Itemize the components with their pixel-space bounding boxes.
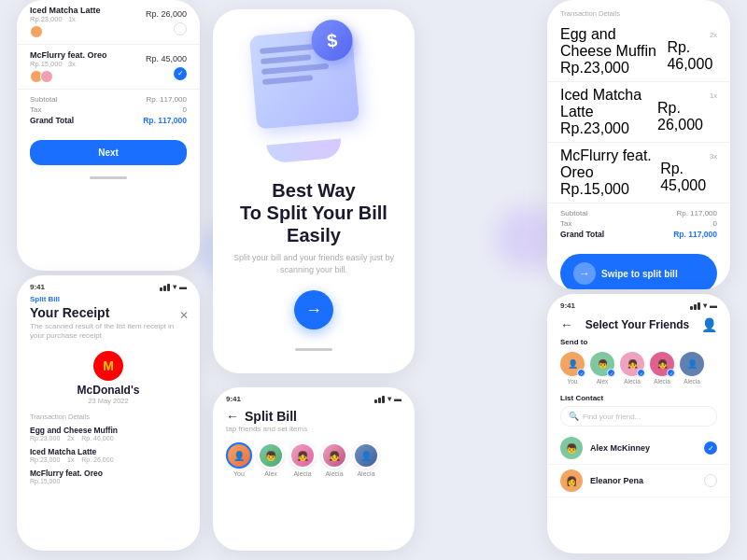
- friend-alecia-1[interactable]: 👧 Alecia: [289, 442, 316, 477]
- tax-row: Tax 0: [30, 105, 187, 114]
- contact-alex-avatar: 👦: [560, 437, 583, 459]
- pill-bar: [90, 176, 127, 179]
- friend-alex-avatar: 👦: [258, 442, 284, 469]
- tr-grand-total-row: Grand Total Rp. 117,000: [560, 230, 717, 239]
- search-input[interactable]: Find your friend...: [583, 413, 709, 421]
- sf-alecia2-check: ✓: [667, 369, 675, 377]
- friend-alecia-3[interactable]: 👤 Alecia: [353, 442, 379, 477]
- receipt-3d: $: [253, 32, 365, 144]
- friend-alecia1-avatar: 👧: [289, 442, 316, 469]
- tr-item-row-1: Egg and Cheese Muffin Rp.23,000 2x Rp. 4…: [547, 21, 730, 82]
- item-1-check[interactable]: [174, 22, 187, 35]
- contact-row-alex[interactable]: 👦 Alex McKinney ✓: [547, 432, 730, 465]
- grand-total-value: Rp. 117,000: [143, 116, 187, 125]
- friend-alecia-2[interactable]: 👧 Alecia: [321, 442, 347, 477]
- summary-section: Subtotal Rp. 117,000 Tax 0 Grand Total R…: [17, 90, 200, 133]
- item-1-sub: Rp.23,000 1x: [30, 15, 101, 23]
- close-button[interactable]: ✕: [179, 309, 189, 322]
- friend-alex[interactable]: 👦 Alex: [258, 442, 284, 477]
- hero-description: Split your bill and your friends easily …: [213, 246, 415, 281]
- item-2-name: McFlurry feat. Oreo: [30, 50, 107, 60]
- tax-label: Tax: [30, 105, 41, 114]
- item-2-check[interactable]: ✓: [174, 67, 187, 80]
- item-row-2: McFlurry feat. Oreo Rp.15,000 3x Rp. 45,…: [17, 45, 200, 90]
- friend-alex-name: Alex: [264, 470, 277, 477]
- br-add-friend-button[interactable]: 👤: [701, 317, 717, 332]
- friend-alecia2-avatar: 👧: [321, 442, 347, 469]
- subtotal-value: Rp. 117,000: [146, 95, 187, 104]
- tr-item-1-qty: 2x: [710, 31, 717, 39]
- merchant-name: McDonald's: [78, 384, 140, 397]
- sf-alecia2-name: Alecia: [654, 378, 670, 385]
- sf-you-name: You: [568, 378, 578, 385]
- contact-alex-check[interactable]: ✓: [704, 441, 717, 455]
- tr-item-1-name: Egg and Cheese Muffin: [560, 26, 667, 60]
- card-transaction-details: Transaction Details Egg and Cheese Muffi…: [547, 0, 730, 289]
- friend-alecia2-name: Alecia: [325, 470, 343, 477]
- search-box[interactable]: 🔍 Find your friend...: [560, 406, 717, 427]
- card-your-receipt: 9:41 ▾ ▬ Split Bill Your Receipt The sca…: [17, 275, 200, 551]
- wifi-icon-bc: ▾: [388, 395, 391, 403]
- bc-back-button[interactable]: ←: [226, 409, 239, 424]
- sf-alecia2-avatar: 👧 ✓: [650, 352, 674, 376]
- signal-icon: [160, 284, 170, 291]
- bc-subtitle: tap friends and set items: [213, 424, 415, 439]
- battery-icon-br: ▬: [710, 301, 717, 310]
- list-contact-label: List Contact: [547, 390, 730, 406]
- contact-eleanor-check[interactable]: [704, 474, 717, 487]
- time-br: 9:41: [560, 301, 575, 310]
- item-1-price: Rp. 26,000: [146, 9, 187, 19]
- tr-item-2-name: Iced Matcha Latte: [560, 87, 657, 120]
- wifi-icon-br: ▾: [703, 301, 707, 310]
- sf-alex-avatar: 👦 ✓: [590, 352, 614, 376]
- tr-summary: Subtotal Rp. 117,000 Tax 0 Grand Total R…: [547, 203, 730, 246]
- card-select-friends: 9:41 ▾ ▬ ← Select Your Friends 👤 Send to…: [547, 294, 730, 553]
- contact-row-eleanor[interactable]: 👩 Eleanor Pena: [547, 465, 730, 497]
- friend-you[interactable]: 👤 You: [226, 442, 252, 477]
- sf-you[interactable]: 👤 ✓ You: [560, 352, 585, 385]
- signal-icon-bc: [374, 396, 385, 403]
- hero-illustration: $: [234, 22, 393, 172]
- sf-alecia3-avatar: 👤: [680, 352, 704, 376]
- item-2-sub: Rp.15,000 3x: [30, 60, 107, 68]
- next-button[interactable]: Next: [30, 140, 187, 165]
- split-bill-tag: Split Bill: [17, 293, 200, 303]
- tr-tax-row: Tax 0: [560, 219, 717, 228]
- receipt-paper: $: [249, 27, 359, 129]
- sf-alex[interactable]: 👦 ✓ Alex: [590, 352, 614, 385]
- sf-alecia3-name: Alecia: [684, 378, 700, 385]
- time-bl: 9:41: [30, 283, 45, 291]
- br-title: Select Your Friends: [585, 318, 690, 331]
- swipe-to-split-button[interactable]: → Swipe to split bill: [560, 254, 717, 289]
- contact-alex-name: Alex McKinney: [590, 443, 697, 453]
- receipt-line-3: [261, 63, 329, 75]
- bl-item-3: McFlurry feat. Oreo Rp.15,000: [17, 466, 200, 487]
- bc-header: ← Split Bill: [213, 407, 415, 424]
- sf-you-check: ✓: [577, 369, 585, 377]
- sf-alecia1-name: Alecia: [624, 378, 641, 385]
- hero-pill-bar: [295, 348, 332, 351]
- send-friends-row: 👤 ✓ You 👦 ✓ Alex 👧 ✓ Alecia: [547, 348, 730, 390]
- sf-alecia-3[interactable]: 👤 Alecia: [680, 352, 704, 385]
- hero-cta-button[interactable]: →: [294, 290, 333, 329]
- status-icons-bc: ▾ ▬: [374, 395, 402, 403]
- tr-item-2-sub: Rp.23,000: [560, 120, 657, 137]
- card-add-item: 9:41 ▾ ▬ ← Split Bill tap friends and se…: [213, 387, 415, 551]
- signal-icon-br: [690, 302, 700, 310]
- swipe-circle-icon: →: [573, 262, 596, 285]
- send-to-label: Send to: [547, 336, 730, 348]
- receipt-subtitle: The scanned result of the list item rece…: [17, 320, 200, 345]
- bl-item-2: Iced Matcha Latte Rp.23,000 1x Rp. 26,00…: [17, 444, 200, 466]
- tr-item-row-2: Iced Matcha Latte Rp.23,000 1x Rp. 26,00…: [547, 82, 730, 143]
- avatar-1: [30, 25, 43, 38]
- sf-alecia-1[interactable]: 👧 ✓ Alecia: [620, 352, 644, 385]
- status-icons-bl: ▾ ▬: [160, 283, 187, 291]
- tr-item-row-3: McFlurry feat. Oreo Rp.15,000 3x Rp. 45,…: [547, 143, 730, 203]
- wifi-icon: ▾: [173, 283, 176, 291]
- status-icons-br: ▾ ▬: [690, 301, 717, 310]
- sf-alecia1-check: ✓: [637, 369, 645, 377]
- battery-icon: ▬: [179, 283, 187, 291]
- bl-item-1: Egg and Cheese Muffin Rp.23,000 2x Rp. 4…: [17, 423, 200, 444]
- br-back-button[interactable]: ←: [560, 317, 573, 332]
- sf-alecia-2[interactable]: 👧 ✓ Alecia: [650, 352, 674, 385]
